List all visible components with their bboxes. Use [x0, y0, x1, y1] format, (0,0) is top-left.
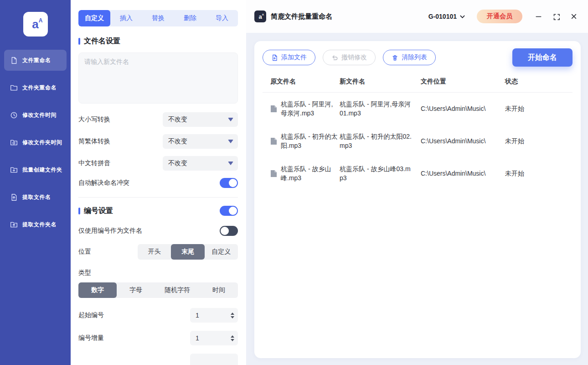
pinyin-convert-value: 不改变 [168, 159, 187, 167]
stepper-down-icon[interactable] [231, 316, 234, 318]
original-filename: 杭盖乐队 - 故乡山峰.mp3 [281, 165, 339, 182]
sidebar-item-extract-foldername[interactable]: 提取文件夹名 [4, 214, 67, 235]
close-button[interactable] [571, 13, 577, 20]
badge-letter: a [258, 14, 262, 20]
undo-button[interactable]: 撤销修改 [323, 50, 376, 65]
app-window: a A 文件重命名 文件夹重命名 修改文件时间 修改文件夹时间 [0, 0, 588, 365]
only-number-label: 仅使用编号作为文件名 [78, 227, 142, 235]
maximize-button[interactable] [553, 13, 560, 20]
col-original-name: 原文件名 [263, 78, 340, 86]
section-divider [78, 197, 238, 198]
number-stepper[interactable] [231, 313, 234, 318]
new-filename: 杭盖乐队 - 初升的太阳02.mp3 [340, 133, 412, 149]
simplified-convert-label: 简繁体转换 [78, 137, 110, 146]
status-text: 未开始 [505, 170, 524, 177]
status-text: 未开始 [505, 137, 524, 145]
increment-label: 编号增量 [78, 334, 104, 342]
new-filename-input[interactable] [78, 52, 238, 104]
tab-import[interactable]: 导入 [206, 10, 238, 26]
type-option-time[interactable]: 时间 [200, 282, 238, 298]
clipped-number-input[interactable] [190, 354, 238, 365]
sidebar-item-create-folders[interactable]: 批量创建文件夹 [4, 159, 67, 180]
file-icon [270, 170, 277, 177]
undo-label: 撤销修改 [341, 53, 367, 62]
type-option-random[interactable]: 随机字符 [155, 282, 200, 298]
sidebar-item-label: 批量创建文件夹 [22, 166, 62, 174]
type-segmented-control: 数字 字母 随机字符 时间 [78, 282, 238, 298]
stepper-up-icon[interactable] [231, 313, 234, 315]
app-badge-icon: a A [254, 10, 266, 22]
title-bar: a A 简鹿文件批量重命名 G-010101 开通会员 [246, 0, 588, 33]
position-segmented-control: 开头 末尾 自定义 [138, 244, 238, 260]
table-row[interactable]: 杭盖乐队 - 阿里河,母亲河.mp3 杭盖乐队 - 阿里河,母亲河01.mp3 … [263, 93, 573, 125]
extract-foldername-icon [10, 221, 18, 229]
minimize-button[interactable] [535, 13, 542, 20]
original-filename: 杭盖乐队 - 初升的太阳.mp3 [281, 132, 339, 150]
start-rename-button[interactable]: 开始命名 [512, 48, 573, 67]
sidebar-item-folder-time[interactable]: 修改文件夹时间 [4, 132, 67, 153]
tab-replace[interactable]: 替换 [142, 10, 174, 26]
tab-delete[interactable]: 删除 [174, 10, 206, 26]
version-label: G-010101 [428, 13, 457, 20]
app-title: 简鹿文件批量重命名 [271, 12, 332, 21]
tab-custom[interactable]: 自定义 [78, 10, 110, 26]
type-option-letter[interactable]: 字母 [117, 282, 155, 298]
pinyin-convert-select[interactable]: 不改变 [163, 156, 238, 171]
open-membership-button[interactable]: 开通会员 [477, 10, 522, 23]
col-status: 状态 [505, 78, 573, 86]
numbering-section-title: 编号设置 [84, 206, 113, 216]
folder-rename-icon [10, 84, 18, 92]
col-location: 文件位置 [421, 78, 505, 86]
sidebar-item-label: 提取文件名 [22, 193, 51, 201]
file-rename-icon [10, 57, 18, 64]
pinyin-convert-label: 中文转拼音 [78, 159, 110, 167]
table-header: 原文件名 新文件名 文件位置 状态 [263, 78, 573, 93]
file-list-card: 添加文件 撤销修改 清除列表 开始命名 原文件名 新文件名 文件位置 状态 [254, 41, 581, 358]
case-convert-select[interactable]: 不改变 [163, 112, 238, 127]
stepper-down-icon[interactable] [231, 339, 234, 341]
logo-letter: a [32, 18, 38, 30]
increment-input[interactable]: 1 [190, 331, 238, 345]
file-time-icon [10, 111, 18, 119]
sidebar-item-file-time[interactable]: 修改文件时间 [4, 104, 67, 125]
case-convert-label: 大小写转换 [78, 115, 110, 124]
position-option-end[interactable]: 末尾 [171, 244, 204, 260]
position-option-start[interactable]: 开头 [138, 244, 171, 260]
trash-icon [392, 54, 398, 61]
logo-letter-small: A [39, 17, 43, 24]
clear-list-button[interactable]: 清除列表 [383, 50, 436, 65]
new-filename: 杭盖乐队 - 阿里河,母亲河01.mp3 [340, 100, 411, 117]
simplified-convert-select[interactable]: 不改变 [163, 134, 238, 149]
clear-list-label: 清除列表 [402, 53, 427, 62]
toolbar: 添加文件 撤销修改 清除列表 开始命名 [263, 48, 573, 67]
chevron-down-icon [228, 140, 233, 143]
sidebar-item-folder-rename[interactable]: 文件夹重命名 [4, 77, 67, 98]
add-files-button[interactable]: 添加文件 [263, 50, 315, 65]
type-label: 类型 [78, 269, 238, 277]
filename-section-title: 文件名设置 [84, 36, 120, 46]
table-row[interactable]: 杭盖乐队 - 故乡山峰.mp3 杭盖乐队 - 故乡山峰03.mp3 C:\Use… [263, 157, 573, 190]
version-dropdown[interactable]: G-010101 [428, 13, 465, 20]
start-number-value: 1 [196, 312, 199, 319]
sidebar-item-file-rename[interactable]: 文件重命名 [4, 50, 67, 71]
auto-resolve-toggle[interactable] [220, 178, 238, 188]
stepper-up-icon[interactable] [231, 335, 234, 338]
position-option-custom[interactable]: 自定义 [205, 244, 238, 260]
chevron-down-icon [228, 162, 233, 165]
only-number-toggle[interactable] [220, 226, 238, 236]
number-stepper[interactable] [231, 335, 234, 341]
sidebar: a A 文件重命名 文件夹重命名 修改文件时间 修改文件夹时间 [0, 0, 71, 365]
auto-resolve-label: 自动解决命名冲突 [78, 179, 129, 187]
type-option-number[interactable]: 数字 [78, 282, 117, 298]
section-accent-bar [78, 208, 80, 214]
numbering-enable-toggle[interactable] [220, 206, 238, 216]
rename-mode-tabs: 自定义 插入 替换 删除 导入 [78, 10, 238, 26]
sidebar-item-extract-filename[interactable]: 提取文件名 [4, 187, 67, 208]
position-label: 位置 [78, 248, 91, 256]
tab-insert[interactable]: 插入 [110, 10, 142, 26]
section-accent-bar [78, 38, 80, 45]
close-icon [571, 13, 577, 20]
start-number-input[interactable]: 1 [190, 308, 238, 323]
table-row[interactable]: 杭盖乐队 - 初升的太阳.mp3 杭盖乐队 - 初升的太阳02.mp3 C:\U… [263, 125, 573, 157]
sidebar-item-label: 修改文件夹时间 [22, 139, 62, 146]
